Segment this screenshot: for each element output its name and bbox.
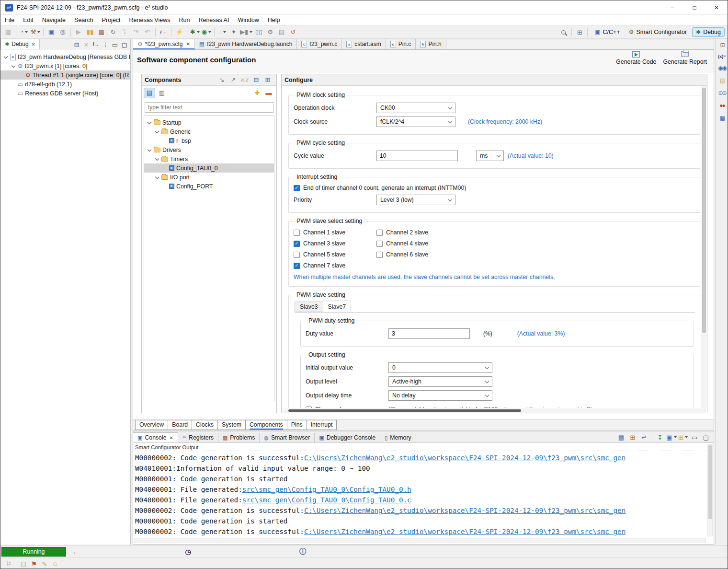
minimize-icon[interactable]: – xyxy=(661,0,683,14)
hardware-view-icon[interactable]: ▥ xyxy=(156,88,168,98)
channel-slave-checkbox[interactable] xyxy=(376,241,383,247)
output-level-dropdown[interactable]: Active-high xyxy=(388,376,492,387)
terminate-icon[interactable]: ▦ xyxy=(96,27,107,37)
menu-project[interactable]: Project xyxy=(98,16,125,24)
channel-slave-checkbox[interactable] xyxy=(376,252,383,258)
step-into-icon[interactable]: ⤵ xyxy=(119,27,130,37)
debug-icon[interactable]: ✱ xyxy=(190,27,200,37)
profile-icon[interactable]: ✦ xyxy=(228,27,239,37)
save-icon[interactable]: ▦ xyxy=(3,27,13,37)
editor-tab-pin-h[interactable]: hPin.h xyxy=(416,39,446,49)
sort-icon[interactable]: a↓z xyxy=(239,75,250,85)
add-component-icon[interactable]: ✚ xyxy=(252,88,262,98)
build-icon[interactable]: ⚒ xyxy=(30,27,41,37)
console-tab-memory[interactable]: ▯Memory xyxy=(380,433,416,442)
tree-item[interactable]: Startup xyxy=(144,118,274,127)
tree-item[interactable]: Drivers xyxy=(144,145,274,154)
step-over-icon[interactable]: ↷ xyxy=(131,27,141,37)
tab-overview[interactable]: Overview xyxy=(135,420,168,430)
editor-tab-f23-pwm-hardwaredebug-launch[interactable]: ▤f23_pwm HardwareDebug.launch xyxy=(195,39,297,49)
edit-icon[interactable]: ✎ xyxy=(40,558,49,569)
tree-item[interactable]: Timers xyxy=(144,154,274,163)
performance-icon[interactable]: ⚙ xyxy=(265,27,275,37)
minimize-view-icon[interactable]: ▭ xyxy=(689,432,700,442)
run-history-icon[interactable]: ◌ xyxy=(217,27,228,37)
console-link[interactable]: C:\Users\ZichenWang\e2_studio\workspace\… xyxy=(304,454,626,462)
expander-icon[interactable] xyxy=(148,120,151,124)
menu-run[interactable]: Run xyxy=(175,16,194,24)
refresh-icon[interactable]: ↺ xyxy=(288,27,298,37)
expander-icon[interactable] xyxy=(11,63,15,67)
view-menu-icon[interactable]: ⁝ xyxy=(101,40,110,49)
expander-icon[interactable] xyxy=(155,174,159,178)
tab-clocks[interactable]: Clocks xyxy=(192,420,218,430)
operation-clock-dropdown[interactable]: CK00 xyxy=(376,103,455,113)
tab-components[interactable]: Components xyxy=(246,420,287,430)
tree-item[interactable]: ▭Renesas GDB server (Host) xyxy=(0,89,130,98)
inttm00-checkbox[interactable] xyxy=(294,185,300,191)
tree-item[interactable]: cf23_pwm HardwareDebug [Renesas GDB H xyxy=(0,52,130,61)
tree-item[interactable]: r_bsp xyxy=(144,136,274,145)
display-console-icon[interactable]: ▣ xyxy=(666,432,677,442)
tree-item[interactable]: I/O port xyxy=(144,173,274,182)
close-icon[interactable]: ✕ xyxy=(170,435,173,441)
export-icon[interactable]: ↗ xyxy=(228,75,239,85)
console-tab-debugger-console[interactable]: ▣Debugger Console xyxy=(315,433,380,442)
coverage-icon[interactable]: ▶▮ xyxy=(240,27,252,37)
resume-icon[interactable]: ▶ xyxy=(73,27,84,37)
use-step-filters-icon[interactable]: i→ xyxy=(158,27,169,37)
tab-system[interactable]: System xyxy=(218,420,246,430)
breakpoints-icon[interactable]: ◉◉ xyxy=(718,65,726,71)
expander-icon[interactable] xyxy=(155,129,159,133)
components-view-icon[interactable]: ▤ xyxy=(144,88,155,98)
console-tab-console[interactable]: ▣Console✕ xyxy=(133,432,178,442)
tree-item[interactable]: ▭rl78-elf-gdb (12.1) xyxy=(0,80,130,89)
remove-component-icon[interactable]: ▬ xyxy=(263,88,274,98)
console-tab-registers[interactable]: ¹⁰Registers xyxy=(178,433,218,442)
step-filters-icon[interactable]: i→ xyxy=(91,40,100,49)
inspect-icon[interactable]: ◎ xyxy=(57,27,68,37)
word-wrap-icon[interactable]: ↵ xyxy=(639,432,649,442)
console-link[interactable]: C:\Users\ZichenWang\e2_studio\workspace\… xyxy=(304,507,626,514)
open-perspective-icon[interactable]: ⊞ xyxy=(574,27,585,37)
tree-item[interactable]: ⚙f23_pwm.x [1] [cores: 0] xyxy=(0,61,130,70)
tree-item[interactable]: ⚙Thread #1 1 (single core) [core: 0] (R xyxy=(0,70,130,80)
output-delay-dropdown[interactable]: No delay xyxy=(388,390,492,401)
variables-icon[interactable]: (x)= xyxy=(718,54,726,59)
cheatsheet-icon[interactable]: ▤ xyxy=(19,558,28,569)
console-tab-smart-browser[interactable]: ◍Smart Browser xyxy=(260,433,315,442)
maximize-view-icon[interactable]: ▢ xyxy=(701,432,711,442)
tree-item[interactable]: Config_TAU0_0 xyxy=(144,163,274,173)
memory-usage-icon[interactable]: ▯▯ xyxy=(253,27,264,37)
expander-icon[interactable] xyxy=(148,147,151,151)
restore-pane-icon[interactable]: ⊡ xyxy=(720,42,724,48)
slow-mode-checkbox[interactable] xyxy=(306,406,312,408)
eventpoints-icon[interactable]: ●● xyxy=(719,102,725,109)
clear-console-icon[interactable]: ▤ xyxy=(616,432,626,442)
channel-slave-checkbox[interactable] xyxy=(294,263,300,269)
scroll-lock-icon[interactable]: ⊞ xyxy=(627,432,638,442)
close-icon[interactable]: ✕ xyxy=(705,0,728,14)
collapse-all-icon[interactable]: ⊟ xyxy=(251,75,262,85)
tree-item[interactable]: Config_PORT xyxy=(144,182,274,191)
menu-renesas-views[interactable]: Renesas Views xyxy=(125,16,175,24)
open-console-icon[interactable]: ⊞ xyxy=(678,432,688,442)
expander-icon[interactable] xyxy=(4,54,8,58)
menu-file[interactable]: File xyxy=(0,16,19,24)
menu-edit[interactable]: Edit xyxy=(19,16,38,24)
channel-slave-checkbox[interactable] xyxy=(294,230,300,236)
snapshot-icon[interactable]: ▤ xyxy=(276,27,287,37)
perspective-cpp[interactable]: ▣C/C++ xyxy=(592,28,623,36)
configure-vertical-scrollbar[interactable] xyxy=(701,86,707,408)
console-link[interactable]: C:\Users\ZichenWang\e2_studio\workspace\… xyxy=(304,528,626,535)
cycle-unit-dropdown[interactable]: ms xyxy=(476,151,504,161)
face-icon[interactable]: ☺ xyxy=(50,558,60,569)
bookmark-icon[interactable]: ⚑ xyxy=(29,558,39,569)
clock-source-dropdown[interactable]: fCLK/2^4 xyxy=(376,116,455,127)
perspective-smart-configurator[interactable]: ⚙Smart Configurator xyxy=(626,28,690,36)
tab-debug[interactable]: ✱ Debug ✕ xyxy=(0,39,40,49)
slave-tab-slave7[interactable]: Slave7 xyxy=(323,301,352,312)
console-vertical-scrollbar[interactable] xyxy=(707,444,713,536)
console-link[interactable]: src\smc_gen\Config_TAU0_0\Config_TAU0_0.… xyxy=(242,486,411,493)
generate-code-button[interactable]: Generate Code xyxy=(616,51,656,65)
